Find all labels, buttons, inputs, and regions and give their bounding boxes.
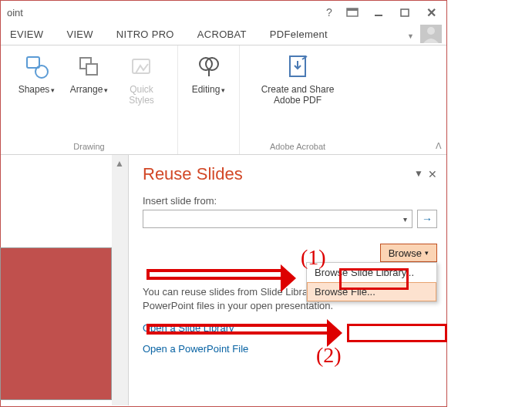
- create-share-pdf-button[interactable]: Create and Share Adobe PDF: [244, 50, 352, 140]
- annotation-number-2: (2): [316, 343, 342, 368]
- quick-styles-button[interactable]: Quick Styles: [119, 50, 165, 140]
- tab-pdfelement[interactable]: PDFelement: [265, 25, 332, 45]
- pane-title: Reuse Slides: [143, 164, 243, 184]
- help-button[interactable]: ?: [320, 2, 338, 22]
- annotation-highlight-2: [347, 324, 447, 342]
- svg-point-4: [427, 27, 435, 35]
- open-powerpoint-file-link[interactable]: Open a PowerPoint File: [143, 343, 437, 355]
- tab-review[interactable]: EVIEW: [5, 25, 48, 45]
- window-controls: ? ✕: [320, 2, 443, 22]
- restore-button[interactable]: [392, 2, 417, 22]
- group-drawing: Shapes▾ Arrange▾ Quick Styles Drawing: [1, 45, 178, 154]
- shapes-icon: [23, 53, 51, 81]
- caret-icon: ▾: [221, 86, 225, 94]
- caret-icon: ▾: [425, 249, 429, 257]
- editing-button[interactable]: Editing▾: [186, 50, 232, 140]
- go-button[interactable]: →: [417, 210, 437, 228]
- svg-rect-1: [347, 8, 358, 11]
- slide-thumbnail[interactable]: [0, 247, 112, 400]
- group-drawing-label: Drawing: [73, 140, 104, 153]
- caret-icon: ▾: [51, 86, 55, 94]
- ribbon-tabstrip: EVIEW VIEW NITRO PRO ACROBAT PDFelement …: [1, 24, 446, 45]
- close-button[interactable]: ✕: [419, 2, 443, 22]
- group-editing: Editing▾: [178, 45, 240, 154]
- user-avatar[interactable]: [420, 25, 442, 43]
- quick-styles-label: Quick Styles: [129, 84, 154, 106]
- app-window: oint ? ✕ EVIEW VIEW NITRO PRO ACROBAT PD…: [0, 0, 447, 407]
- group-acrobat: Create and Share Adobe PDF Adobe Acrobat: [240, 45, 355, 154]
- insert-from-label: Insert slide from:: [143, 195, 437, 207]
- svg-rect-8: [86, 64, 97, 75]
- svg-point-6: [35, 66, 48, 78]
- pane-menu-caret[interactable]: ▼: [414, 168, 423, 180]
- ribbon-body: Shapes▾ Arrange▾ Quick Styles Drawing: [1, 45, 446, 155]
- collapse-ribbon-icon[interactable]: ᐱ: [436, 141, 442, 151]
- window-title: oint: [7, 7, 23, 18]
- create-share-pdf-label: Create and Share Adobe PDF: [261, 84, 335, 106]
- pdf-icon: [284, 53, 311, 81]
- browse-button[interactable]: Browse ▾: [380, 244, 437, 262]
- arrange-button[interactable]: Arrange▾: [66, 50, 113, 140]
- shapes-label: Shapes: [19, 84, 50, 95]
- arrange-icon: [76, 53, 103, 81]
- quick-styles-icon: [128, 53, 156, 81]
- tab-acrobat[interactable]: ACROBAT: [193, 25, 251, 45]
- tab-nitro[interactable]: NITRO PRO: [112, 25, 179, 45]
- shapes-button[interactable]: Shapes▾: [14, 50, 60, 140]
- group-acrobat-label: Adobe Acrobat: [270, 140, 325, 153]
- browse-label: Browse: [389, 247, 422, 259]
- caret-icon: ▾: [104, 86, 108, 94]
- annotation-number-1: (1): [301, 245, 326, 270]
- pane-close-button[interactable]: ✕: [428, 168, 437, 180]
- svg-rect-3: [401, 9, 409, 16]
- find-icon: [195, 53, 223, 81]
- arrow-right-icon: →: [422, 213, 433, 225]
- annotation-arrow-2: [146, 324, 332, 335]
- tab-overflow-caret[interactable]: ▼: [407, 32, 414, 40]
- group-editing-label: [207, 140, 210, 153]
- ruler-arrow-icon: ▲: [115, 158, 124, 169]
- titlebar: oint ? ✕: [1, 1, 446, 24]
- minimize-button[interactable]: [366, 2, 391, 22]
- arrange-label: Arrange: [70, 84, 103, 95]
- annotation-arrow-1: [146, 269, 285, 280]
- ribbon-toggle-button[interactable]: [340, 2, 365, 22]
- insert-from-combo[interactable]: ▾: [143, 210, 412, 228]
- tab-view[interactable]: VIEW: [62, 25, 97, 45]
- combo-caret-icon: ▾: [403, 215, 407, 224]
- editing-label: Editing: [192, 84, 221, 95]
- vertical-ruler: ▲: [112, 155, 129, 405]
- annotation-highlight-1: [339, 268, 409, 290]
